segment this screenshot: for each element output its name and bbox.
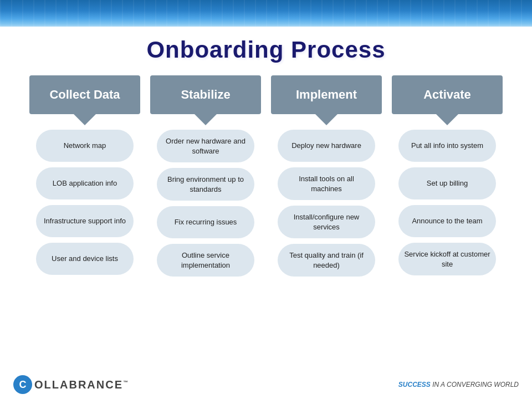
page-title: Onboarding Process [0,37,532,63]
item-collect-1: LOB application info [36,167,134,200]
item-implement-1: Install tools on all machines [278,167,375,200]
logo-c-letter: C [19,379,27,391]
item-stabilize-0: Order new hardware and software [157,130,254,162]
col-header-collect: Collect Data [29,75,140,114]
bottom-area: C OLLABRANCE™ SUCCESS IN A CONVERGING WO… [0,370,532,399]
arrow-implement [315,114,337,125]
top-banner [0,0,532,27]
item-implement-0: Deploy new hardware [278,130,375,162]
column-collect: Collect DataNetwork mapLOB application i… [29,75,140,280]
arrow-activate [436,114,458,125]
tagline: SUCCESS IN A CONVERGING WORLD [398,381,519,388]
tagline-suffix: IN A CONVERGING WORLD [431,381,519,388]
main-content: Collect DataNetwork mapLOB application i… [0,75,532,282]
item-collect-3: User and device lists [36,243,134,275]
logo: C OLLABRANCE™ [13,375,129,394]
item-stabilize-1: Bring environment up to standards [157,168,254,201]
item-collect-2: Infrastructure support info [36,205,134,237]
arrow-collect [74,114,96,125]
item-stabilize-3: Outline service implementation [157,244,254,277]
item-stabilize-2: Fix recurring issues [157,206,254,238]
arrow-stabilize [195,114,217,125]
tagline-success: SUCCESS [398,381,431,388]
column-implement: ImplementDeploy new hardwareInstall tool… [271,75,382,282]
item-collect-0: Network map [36,130,134,162]
item-activate-0: Put all info into system [398,130,496,162]
column-stabilize: StabilizeOrder new hardware and software… [150,75,261,282]
col-header-activate: Activate [392,75,503,114]
col-header-implement: Implement [271,75,382,114]
item-activate-3: Service kickoff at customer site [398,243,496,275]
logo-c-circle: C [13,375,32,394]
item-implement-3: Test quality and train (if needed) [278,244,375,277]
column-activate: ActivatePut all info into systemSet up b… [392,75,503,281]
item-activate-1: Set up billing [398,167,496,200]
logo-brand-text: OLLABRANCE™ [34,378,129,391]
item-activate-2: Announce to the team [398,205,496,237]
item-implement-2: Install/configure new services [278,206,375,238]
col-header-stabilize: Stabilize [150,75,261,114]
